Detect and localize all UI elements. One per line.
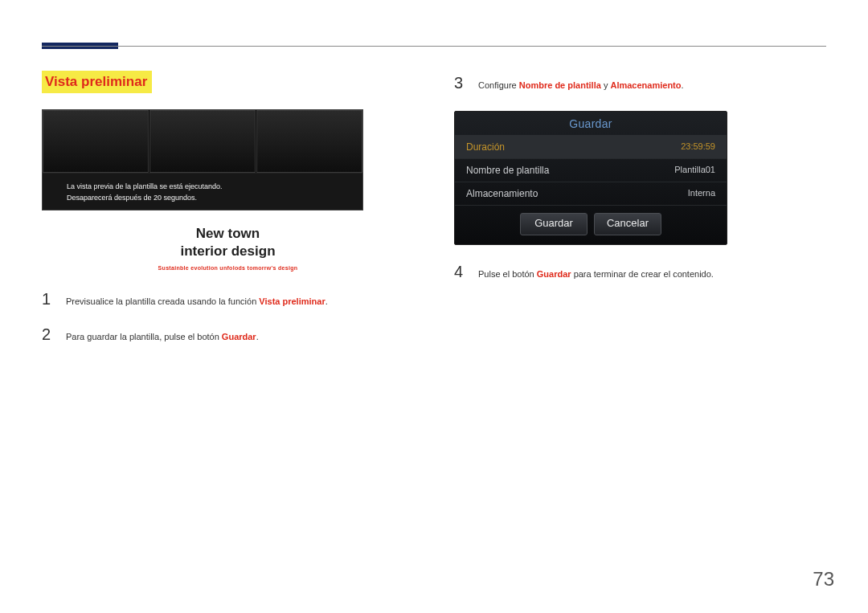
step-text: . <box>326 296 328 306</box>
preview-tile <box>256 110 362 173</box>
step-body: Configure Nombre de plantilla y Almacena… <box>478 79 684 93</box>
left-column: Vista preliminar La vista previa de la p… <box>42 71 414 360</box>
step-text: Previsualice la plantilla creada usando … <box>66 296 259 306</box>
dialog-row-duration: Duración 23:59:59 <box>455 136 727 159</box>
step-body: Previsualice la plantilla creada usando … <box>66 295 328 309</box>
left-steps: 1 Previsualice la plantilla creada usand… <box>42 290 414 344</box>
dialog-row-label: Nombre de plantilla <box>466 165 549 176</box>
preview-toast-line: La vista previa de la plantilla se está … <box>67 182 338 193</box>
save-dialog-screenshot: Guardar Duración 23:59:59 Nombre de plan… <box>454 111 727 245</box>
dialog-row-value: Plantilla01 <box>674 165 715 176</box>
preview-toast-line: Desaparecerá después de 20 segundos. <box>67 193 338 204</box>
preview-caption: New town interior design Sustainble evol… <box>42 225 414 271</box>
caption-line: interior design <box>42 243 414 260</box>
step-item: 4 Pulse el botón Guardar para terminar d… <box>454 263 826 282</box>
step-item: 3 Configure Nombre de plantilla y Almace… <box>454 74 826 93</box>
step-keyword: Almacenamiento <box>610 80 681 90</box>
step-number: 2 <box>42 325 55 344</box>
step-number: 1 <box>42 290 55 309</box>
preview-tiles <box>43 110 362 173</box>
step-text: . <box>682 80 684 90</box>
dialog-row-label: Duración <box>466 141 505 153</box>
caption-subtitle: Sustainble evolution unfolods tomorrw's … <box>42 265 414 271</box>
dialog-buttons: Guardar Cancelar <box>455 206 727 244</box>
dialog-row-value: 23:59:59 <box>681 141 715 153</box>
preview-tile <box>149 110 256 173</box>
step-keyword: Guardar <box>222 332 256 341</box>
step-item: 1 Previsualice la plantilla creada usand… <box>42 290 414 309</box>
cancel-button: Cancelar <box>594 213 661 235</box>
step-body: Pulse el botón Guardar para terminar de … <box>478 268 714 282</box>
step-number: 3 <box>454 74 467 92</box>
right-column: 3 Configure Nombre de plantilla y Almace… <box>454 71 826 360</box>
dialog-row-template-name: Nombre de plantilla Plantilla01 <box>455 159 727 182</box>
page-number: 73 <box>813 568 834 591</box>
preview-screenshot: La vista previa de la plantilla se está … <box>42 109 363 210</box>
step-text: Para guardar la plantilla, pulse el botó… <box>66 332 222 341</box>
step-text: y <box>601 80 611 90</box>
caption-line: New town <box>42 225 414 243</box>
step-text: Configure <box>478 80 519 90</box>
header-rule <box>42 46 826 47</box>
step-body: Para guardar la plantilla, pulse el botó… <box>66 330 259 345</box>
step-number: 4 <box>454 263 467 281</box>
step-text: Pulse el botón <box>478 269 537 279</box>
dialog-title: Guardar <box>455 112 727 136</box>
step-keyword: Guardar <box>537 269 571 279</box>
step-keyword: Vista preliminar <box>259 296 325 306</box>
dialog-row-storage: Almacenamiento Interna <box>455 182 727 206</box>
dialog-row-value: Interna <box>688 188 715 199</box>
step-keyword: Nombre de plantilla <box>519 80 601 90</box>
preview-toast: La vista previa de la plantilla se está … <box>43 173 362 210</box>
step-text: para terminar de crear el contenido. <box>571 269 714 279</box>
preview-tile <box>43 110 149 173</box>
content: Vista preliminar La vista previa de la p… <box>42 71 826 360</box>
section-title: Vista preliminar <box>42 71 152 93</box>
step-text: . <box>256 332 259 341</box>
dialog-row-label: Almacenamiento <box>466 188 538 199</box>
save-button: Guardar <box>520 213 588 235</box>
step-item: 2 Para guardar la plantilla, pulse el bo… <box>42 325 414 345</box>
